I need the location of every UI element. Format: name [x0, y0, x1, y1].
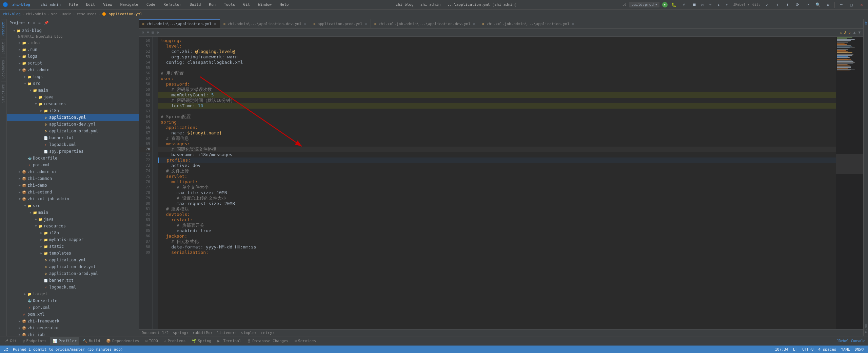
tree-xxl-templates[interactable]: ▶ 📁 templates [7, 250, 139, 257]
settings-button[interactable]: ⚙ [824, 1, 832, 8]
tree-xxl-src[interactable]: ▼ 📁 src [7, 202, 139, 209]
tree-admin-logs[interactable]: ▶ 📁 logs [7, 73, 139, 80]
run-button[interactable]: ▶ [662, 2, 668, 7]
breadcrumb-item-src[interactable]: src [51, 12, 58, 16]
menu-edit[interactable]: Edit [85, 2, 97, 7]
undo-button[interactable]: ↩ [804, 1, 811, 8]
tree-admin-resources[interactable]: ▼ 📁 resources [7, 100, 139, 107]
tree-run[interactable]: ▶ 📁 .run [7, 46, 139, 53]
coverage-button[interactable]: ⚡ [680, 1, 688, 8]
tree-xxl-app-dev-yml[interactable]: ⚙ application-dev.yml [7, 263, 139, 270]
tree-script[interactable]: ▶ 📁 script [7, 60, 139, 67]
pull-button[interactable]: ⬇ [784, 1, 791, 8]
settings-icon[interactable]: ⚙ [142, 30, 144, 35]
tree-admin-i18n[interactable]: ▶ 📁 i18n [7, 107, 139, 114]
code-content[interactable]: logging: level: com.zhi: @logging.level@… [158, 37, 836, 329]
maximize-button[interactable]: □ [848, 1, 855, 8]
tree-zhi-extend[interactable]: ▶ 📦 zhi-extend [7, 189, 139, 196]
tab-close-button[interactable]: ✕ [473, 22, 475, 26]
tree-admin-src[interactable]: ▼ 📁 src [7, 80, 139, 87]
tree-zhi-admin[interactable]: ▼ 📦 zhi-admin [7, 67, 139, 73]
tree-banner-txt[interactable]: 📄 banner.txt [7, 134, 139, 141]
step-over-button[interactable]: ↷ [707, 1, 714, 8]
tree-xxl-app-prod-yml[interactable]: ⚙ application-prod.yml [7, 270, 139, 277]
breadcrumb-item-project[interactable]: zhi-blog [3, 12, 21, 16]
breadcrumb-item-resources[interactable]: resources [76, 12, 97, 16]
menu-git[interactable]: Git [242, 2, 251, 7]
commit-button[interactable]: ✓ [763, 1, 771, 8]
minimize-button[interactable]: ─ [837, 1, 845, 8]
file-type-status[interactable]: YAML [840, 347, 851, 352]
bottom-tab-terminal[interactable]: ▶_ Terminal [215, 337, 244, 345]
tab-close-button[interactable]: ✕ [304, 22, 307, 26]
bottom-tab-services[interactable]: ⚙ Services [292, 337, 319, 345]
tab-xxl-app-dev[interactable]: ⚙ zhi-xxl-job-admin\...\application-dev.… [371, 19, 479, 28]
tree-xxl-java[interactable]: ▶ 📁 java [7, 216, 139, 223]
menu-code[interactable]: Code [145, 2, 157, 7]
breadcrumb-item-file[interactable]: 🔶 application.yml [102, 12, 142, 16]
menu-view[interactable]: View [102, 2, 114, 7]
panel-label-project[interactable]: Project [1, 19, 6, 39]
history-button[interactable]: ⟳ [794, 1, 801, 8]
tree-xxl-app-yml[interactable]: ⚙ application.yml [7, 257, 139, 263]
tab-application-yml-active[interactable]: ⚙ zhi-admin\...\application.yml ✕ [139, 19, 220, 28]
breadcrumb-item-main[interactable]: main [62, 12, 72, 16]
menu-tools[interactable]: Tools [222, 2, 236, 7]
tab-app-prod-yml[interactable]: ⚙ application-prod.yml ✕ [310, 19, 371, 28]
tree-xxl-i18n[interactable]: ▶ 📁 i18n [7, 229, 139, 236]
bottom-tab-build[interactable]: 🔨 Build [80, 337, 103, 345]
menu-navigate[interactable]: Navigate [119, 2, 140, 7]
bottom-tab-deps[interactable]: 📦 Dependencies [103, 337, 142, 345]
menu-help[interactable]: Help [278, 2, 290, 7]
tree-admin-pom[interactable]: ⚡ pom.xml [7, 162, 139, 168]
menu-run[interactable]: Run [208, 2, 217, 7]
tree-application-prod-yml[interactable]: ⚙ application-prod.yml [7, 128, 139, 134]
build-selector[interactable]: build:prod ▾ [629, 2, 659, 7]
tree-zhi-demo[interactable]: ▶ 📦 zhi-demo [7, 182, 139, 189]
tree-zhi-xxl-job-admin[interactable]: ▼ 📦 zhi-xxl-job-admin [7, 196, 139, 202]
tree-zhi-admin-ui[interactable]: ▶ 📦 zhi-admin-ui [7, 168, 139, 175]
minimap-viewport[interactable] [836, 154, 863, 174]
panel-label-structure[interactable]: Structure [1, 81, 6, 105]
pin-icon[interactable]: 📌 [43, 20, 50, 25]
tree-application-dev-yml[interactable]: ⚙ application-dev.yml [7, 121, 139, 128]
encoding-status[interactable]: UTF-8 [801, 347, 814, 352]
tree-xxl-banner[interactable]: 📄 banner.txt [7, 277, 139, 284]
tree-xxl-target[interactable]: ▶ 📁 target [7, 291, 139, 297]
tab-app-dev-yml[interactable]: ⚙ zhi-admin\...\application-dev.yml ✕ [220, 19, 310, 28]
bottom-tab-endpoints[interactable]: ◎ Endpoints [20, 337, 49, 345]
tree-xxl-static[interactable]: ▶ 📁 static [7, 243, 139, 250]
menu-file[interactable]: File [67, 2, 79, 7]
tree-root-zhi-blog[interactable]: ▼ 📁 zhi-blog [7, 27, 139, 34]
tree-xxl-main[interactable]: ▼ 📁 main [7, 209, 139, 216]
tree-xxl-pom[interactable]: ⚡ pom.xml [7, 304, 139, 311]
tree-zhi-generator[interactable]: ▶ 📦 zhi-generator [7, 324, 139, 331]
menu-window[interactable]: Window [257, 2, 273, 7]
line-sep-status[interactable]: LF [792, 347, 798, 352]
tree-xxl-mybatis[interactable]: ▶ 📁 mybatis-mapper [7, 236, 139, 243]
rerun-button[interactable]: ↺ [699, 1, 706, 8]
menu-refactor[interactable]: Refactor [162, 2, 183, 7]
tab-close-button[interactable]: ✕ [364, 22, 367, 26]
stop-button[interactable]: ⏹ [691, 1, 698, 8]
collapse-icon[interactable]: ≡ [37, 20, 42, 25]
git-push-status[interactable]: Pushed 1 commit to origin/master (36 min… [12, 347, 124, 352]
search-button[interactable]: 🔍 [814, 1, 822, 8]
panel-label-commit[interactable]: Commit [1, 39, 6, 57]
up-arrow-icon[interactable]: ▲ [853, 30, 856, 35]
tab-close-button[interactable]: ✕ [572, 22, 574, 26]
tab-xxl-app[interactable]: ⚙ zhi-xxl-job-admin\...\application.yml … [479, 19, 578, 28]
debug-button[interactable]: 🐛 [670, 1, 678, 8]
tree-xxl-logback[interactable]: ⚡ logback.xml [7, 284, 139, 291]
tree-xxl-dockerfile[interactable]: 🐳 Dockerfile [7, 297, 139, 304]
tree-admin-java[interactable]: ▶ 📁 java [7, 94, 139, 100]
push-button[interactable]: ⬆ [773, 1, 781, 8]
bottom-tab-db-changes[interactable]: 🗄 Database Changes [244, 337, 291, 345]
bottom-tab-spring[interactable]: 🌱 Spring [189, 337, 214, 345]
bottom-tab-problems[interactable]: ⚠ Problems [161, 337, 189, 345]
tree-idea[interactable]: ▶ 📁 .idea [7, 39, 139, 46]
tree-zhi-job[interactable]: ▶ 📦 zhi-job [7, 331, 139, 336]
align-icon[interactable]: ≡ [147, 30, 149, 35]
tree-application-yml[interactable]: ⚙ application.yml [7, 114, 139, 121]
breadcrumb-item-module[interactable]: zhi-admin [26, 12, 46, 16]
